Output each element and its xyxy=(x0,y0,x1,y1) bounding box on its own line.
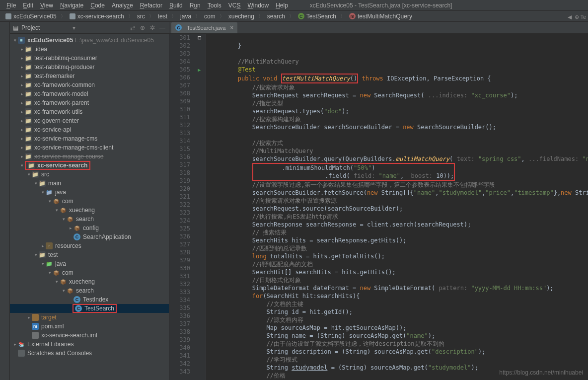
tree-node[interactable]: java xyxy=(55,189,66,196)
package-icon xyxy=(74,225,80,231)
tree-node[interactable]: xc-govern-center xyxy=(34,117,79,124)
code-editor[interactable]: 301 302 303 304 305 306 307 308 309 310 … xyxy=(169,34,588,380)
menu-window[interactable]: Window xyxy=(244,1,272,10)
package-icon xyxy=(53,269,60,276)
crumb-method[interactable]: mtestMultiMatchQuery xyxy=(347,12,415,21)
module-icon xyxy=(25,90,32,97)
tree-node[interactable]: com xyxy=(62,269,74,276)
tree-node[interactable]: .idea xyxy=(34,46,47,53)
window-title: xcEduService05 - TestSearch.java [xc-ser… xyxy=(306,1,456,10)
line-gutter[interactable]: 301 302 303 304 305 306 307 308 309 310 … xyxy=(169,34,194,380)
module-icon xyxy=(25,73,32,79)
project-icon: ■ xyxy=(18,37,25,44)
module-icon xyxy=(25,108,32,115)
menu-refactor[interactable]: Refactor xyxy=(137,1,166,10)
crumb-project[interactable]: xcEduService05 xyxy=(3,12,59,21)
menu-file[interactable]: File xyxy=(3,1,19,10)
tree-node[interactable]: xc-framework-common xyxy=(34,81,95,88)
folder-icon xyxy=(5,13,11,19)
tree-node[interactable]: test-rabbitmq-consumer xyxy=(34,55,97,62)
source-folder-icon xyxy=(46,189,53,196)
tree-node[interactable]: resources xyxy=(55,242,81,249)
crumb[interactable]: com xyxy=(202,12,218,21)
scratch-icon xyxy=(18,350,25,357)
class-icon: C xyxy=(175,24,182,31)
nav-target-icon[interactable]: ⊕ Te xyxy=(575,14,586,20)
class-icon: C xyxy=(74,233,80,240)
gutter-icons[interactable]: ⊟ ▶ xyxy=(194,34,206,380)
tree-node[interactable]: xc-service-api xyxy=(34,126,71,133)
menu-analyze[interactable]: Analyze xyxy=(108,1,137,10)
crumb[interactable]: search xyxy=(265,12,288,21)
menu-run[interactable]: Run xyxy=(186,1,204,10)
menu-help[interactable]: Help xyxy=(272,1,292,10)
folder-icon xyxy=(32,171,39,178)
menu-code[interactable]: Code xyxy=(87,1,108,10)
hide-icon[interactable]: — xyxy=(159,24,166,31)
tree-node[interactable]: search xyxy=(76,216,94,223)
tree-node[interactable]: xc-service-search.iml xyxy=(41,332,97,339)
tree-node[interactable]: pom.xml xyxy=(41,323,64,330)
menu-tools[interactable]: Tools xyxy=(204,1,225,10)
menu-bar: File Edit View Navigate Code Analyze Ref… xyxy=(0,0,588,11)
crumb-module[interactable]: xc-service-search xyxy=(67,12,127,21)
menu-view[interactable]: View xyxy=(37,1,57,10)
tree-node[interactable]: main xyxy=(48,180,61,187)
tree-node[interactable]: xc-service-search xyxy=(37,162,87,169)
menu-navigate[interactable]: Navigate xyxy=(57,1,87,10)
module-icon xyxy=(25,64,32,71)
tree-node[interactable]: test xyxy=(48,251,58,258)
tree-node[interactable]: External Libraries xyxy=(27,341,74,348)
close-icon[interactable]: × xyxy=(230,24,233,31)
module-icon xyxy=(25,135,32,142)
package-icon xyxy=(53,198,60,205)
module-icon xyxy=(28,162,35,169)
tool-strip-left[interactable] xyxy=(0,22,10,380)
crumb-class[interactable]: CTestSearch xyxy=(295,12,339,21)
crumb[interactable]: xuecheng xyxy=(226,12,257,21)
code-area[interactable]: } //MultiMatchQuery @Test public void te… xyxy=(206,34,588,380)
test-folder-icon xyxy=(46,260,53,267)
collapse-icon[interactable]: ⇄ xyxy=(129,24,136,31)
nav-right: ◀ ⊕ Te xyxy=(568,14,586,20)
tree-node[interactable]: com xyxy=(62,198,74,205)
editor-tabs: C TestSearch.java × xyxy=(169,22,588,34)
tree-node[interactable]: xuecheng xyxy=(69,278,95,285)
tree-node[interactable]: test-freemarker xyxy=(34,73,74,79)
tree-node[interactable]: xc-framework-parent xyxy=(34,99,89,106)
nav-back-icon[interactable]: ◀ xyxy=(568,14,572,20)
module-icon xyxy=(25,153,32,160)
tree-node[interactable]: xc-framework-model xyxy=(34,90,88,97)
method-icon: m xyxy=(349,13,356,19)
project-tool-window: ▤ Project ▾ ⇄ ⊕ ✲ — ▾■xcEduService05 E:\… xyxy=(10,22,169,380)
tree-node[interactable]: xc service manage course xyxy=(34,153,103,160)
crumb[interactable]: test xyxy=(155,12,170,21)
tree-node[interactable]: xc-service-manage-cms-client xyxy=(34,144,113,151)
tree-project[interactable]: xcEduService05 xyxy=(27,37,73,44)
menu-build[interactable]: Build xyxy=(166,1,186,10)
tree-node[interactable]: xc-service-manage-cms xyxy=(34,135,97,142)
menu-vcs[interactable]: VCS xyxy=(225,1,244,10)
panel-type-icon[interactable]: ▤ xyxy=(13,24,18,31)
tree-node[interactable]: search xyxy=(76,287,94,294)
tab-testsearch[interactable]: C TestSearch.java × xyxy=(171,22,237,33)
crumb[interactable]: src xyxy=(135,12,147,21)
tree-node-selected[interactable]: TestSearch xyxy=(84,305,114,312)
tree-node[interactable]: java xyxy=(55,260,66,267)
tree-node[interactable]: xc-framework-utils xyxy=(34,108,82,115)
tree-node[interactable]: xuecheng xyxy=(69,207,95,214)
dropdown-icon[interactable]: ▾ xyxy=(73,24,75,31)
crumb[interactable]: java xyxy=(178,12,194,21)
menu-edit[interactable]: Edit xyxy=(19,1,37,10)
tree-node[interactable]: config xyxy=(83,225,99,231)
tree-node[interactable]: src xyxy=(41,171,49,178)
target-icon[interactable]: ⊕ xyxy=(139,24,146,31)
folder-icon xyxy=(39,251,46,258)
tree-node[interactable]: TestIndex xyxy=(83,296,108,303)
tree-node[interactable]: target xyxy=(41,314,57,321)
tree-node[interactable]: SearchApplication xyxy=(83,233,131,240)
project-tree[interactable]: ▾■xcEduService05 E:\java_www\xcEduServic… xyxy=(10,34,169,380)
tree-node[interactable]: test-rabbitmq-producer xyxy=(34,64,94,71)
tree-node[interactable]: Scratches and Consoles xyxy=(27,350,92,357)
gear-icon[interactable]: ✲ xyxy=(149,24,156,31)
